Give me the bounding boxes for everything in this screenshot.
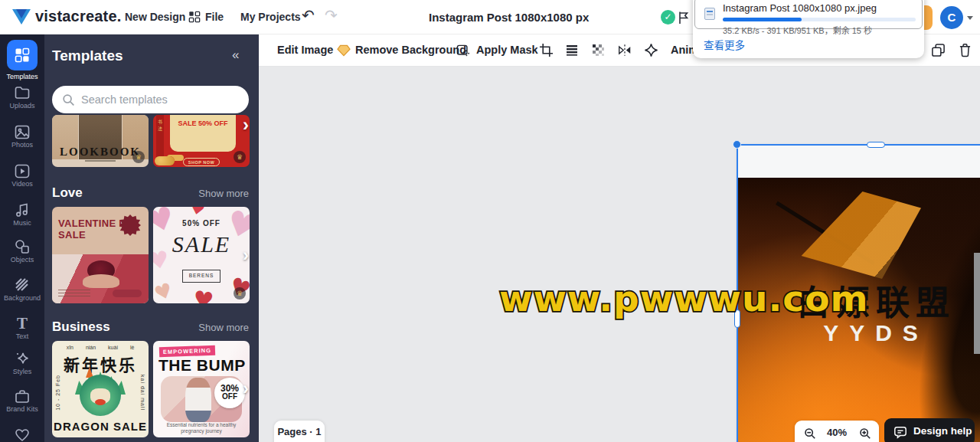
- download-show-more-link[interactable]: 查看更多: [704, 37, 745, 52]
- canvas-workspace[interactable]: 白嫖联盟 YYDS: [259, 67, 980, 442]
- templates-grid-icon: [15, 47, 30, 63]
- zoom-out-icon[interactable]: [804, 427, 816, 440]
- row-next-arrow[interactable]: ›: [237, 247, 254, 264]
- sidebar-item-music[interactable]: Music: [0, 202, 44, 227]
- vistacreate-logo-icon[interactable]: [12, 9, 31, 25]
- selection-handle-top-middle[interactable]: [867, 142, 885, 148]
- sidebar-item-objects[interactable]: Objects: [0, 239, 44, 264]
- effects-sparkle-icon[interactable]: [644, 43, 658, 57]
- photo-icon: [15, 125, 30, 139]
- sidebar-item-text[interactable]: T Text: [0, 316, 44, 340]
- heart-art: ♥: [188, 207, 207, 220]
- premium-gem-icon: [337, 44, 351, 57]
- sidebar-label: Templates: [0, 73, 44, 80]
- account-caret-icon[interactable]: [967, 16, 973, 20]
- template-caption: Essential nutrients for a healthy pregna…: [158, 422, 245, 434]
- apply-mask-button[interactable]: Apply Mask: [476, 44, 538, 56]
- edit-image-button[interactable]: Edit Image: [277, 44, 333, 56]
- row-next-arrow[interactable]: ›: [237, 381, 254, 398]
- file-type-icon: [704, 8, 715, 20]
- my-projects-button[interactable]: My Projects: [240, 11, 301, 23]
- zoom-in-icon[interactable]: [859, 427, 871, 440]
- search-icon: [62, 93, 75, 106]
- duplicate-icon[interactable]: [931, 43, 946, 57]
- sidebar-item-uploads[interactable]: Uploads: [0, 86, 44, 110]
- template-sale-text: SALE 50% OFF: [170, 120, 236, 127]
- premium-crown-badge: ♛: [234, 287, 246, 300]
- template-thumb-lookbook[interactable]: LOOKBOOK ♛: [52, 115, 149, 167]
- search-input[interactable]: [81, 86, 242, 113]
- account-avatar[interactable]: C: [940, 6, 963, 29]
- template-thumb-valentine[interactable]: VALENTINE DAY SALE: [52, 207, 149, 303]
- zoom-level[interactable]: 40%: [821, 427, 853, 438]
- download-details: 35.2 KB/s - 391 KB/951 KB，剩余 15 秒: [723, 24, 872, 36]
- sidebar-label: Music: [0, 219, 44, 227]
- heart-art: ♥: [153, 278, 176, 303]
- file-grid-icon[interactable]: [188, 11, 201, 23]
- sidebar-item-brand-kits[interactable]: Brand Kits: [0, 389, 44, 413]
- new-design-button[interactable]: New Design: [125, 11, 185, 23]
- thumb-art: [58, 290, 90, 297]
- brand-name[interactable]: vistacreate.: [35, 8, 121, 25]
- crop-icon[interactable]: [539, 43, 554, 57]
- flag-icon[interactable]: [678, 11, 690, 25]
- remove-background-button[interactable]: Remove Background: [355, 44, 466, 56]
- flip-icon[interactable]: [617, 43, 632, 57]
- template-date: 10 - 25 Feb: [55, 375, 60, 411]
- design-help-label: Design help: [913, 425, 972, 437]
- template-thumb-50-off-sale[interactable]: ♥ ♥ ♥ ♥ ♥ ♥ ♥ 50% OFF SALE BERENS ♛: [153, 207, 250, 303]
- document-title[interactable]: Instagram Post 1080x1080 px: [429, 11, 589, 24]
- sidebar-label: Objects: [0, 256, 44, 264]
- show-more-love[interactable]: Show more: [198, 188, 249, 199]
- thumb-art: 书法: [156, 115, 164, 158]
- transparency-icon[interactable]: [591, 43, 605, 57]
- heart-icon: [15, 428, 30, 442]
- saved-check-icon: ✓: [661, 10, 675, 25]
- photo-flag: [791, 192, 921, 283]
- sidebar-label: Background: [0, 294, 44, 302]
- sidebar-item-videos[interactable]: Videos: [0, 164, 44, 188]
- thumb-art: [185, 378, 211, 422]
- pages-button[interactable]: Pages · 1: [274, 421, 325, 442]
- design-help-button[interactable]: Design help: [884, 418, 975, 442]
- thumb-art: [113, 290, 142, 297]
- delete-icon[interactable]: [959, 43, 972, 57]
- template-brand: BERENS: [182, 270, 220, 283]
- shapes-icon: [15, 239, 30, 254]
- redo-icon[interactable]: ↷: [325, 6, 338, 25]
- file-menu-button[interactable]: File: [205, 11, 224, 23]
- template-thumb-the-bump[interactable]: EMPOWERING THE BUMP 30% OFF Essential nu…: [153, 341, 250, 437]
- sidebar-item-styles[interactable]: Styles: [0, 351, 44, 375]
- layers-icon[interactable]: [565, 43, 579, 57]
- download-progress-track: [723, 18, 916, 21]
- selected-image[interactable]: 白嫖联盟 YYDS: [737, 178, 980, 442]
- collapse-panel-button[interactable]: «: [232, 47, 237, 63]
- row-next-arrow[interactable]: ›: [237, 117, 254, 134]
- styles-sparkle-icon: [15, 351, 30, 366]
- templates-panel: Templates « LOOKBOOK ♛ 书法 福 SALE 50% OFF…: [44, 34, 259, 442]
- section-header-love: Love: [52, 185, 83, 201]
- folder-icon: [15, 86, 30, 100]
- selection-handle-top-left[interactable]: [733, 140, 741, 149]
- download-item[interactable]: Instagram Post 1080x1080 px.jpeg 35.2 KB…: [694, 0, 923, 29]
- sidebar-item-background[interactable]: Background: [0, 277, 44, 302]
- show-more-business[interactable]: Show more: [198, 322, 249, 333]
- strip-chars: 书法: [156, 118, 164, 132]
- mask-icon: [456, 44, 470, 57]
- selection-handle-left-middle[interactable]: [734, 309, 740, 328]
- image-heading-text: 白嫖联盟: [737, 276, 980, 325]
- sidebar-label: Videos: [0, 180, 44, 188]
- template-tag: EMPOWERING: [159, 345, 215, 358]
- template-thumb-cny-sale[interactable]: 书法 福 SALE 50% OFF SHOP NOW ♛: [153, 115, 250, 167]
- undo-icon[interactable]: ↶: [302, 6, 315, 25]
- thumb-art: 福 SALE 50% OFF: [170, 115, 236, 152]
- template-thumb-dragon-sale[interactable]: xīn nián kuài lè 新年快乐 10 - 25 Feb kai da…: [52, 341, 149, 437]
- premium-crown-badge: ♛: [234, 151, 246, 163]
- sidebar-item-templates[interactable]: Templates: [0, 40, 44, 80]
- template-sale-word: SALE: [153, 231, 250, 257]
- sidebar-item-photos[interactable]: Photos: [0, 125, 44, 149]
- search-box: [52, 86, 249, 113]
- design-canvas[interactable]: 白嫖联盟 YYDS: [737, 145, 980, 442]
- page-scrollbar[interactable]: [974, 253, 980, 354]
- sidebar-label: Text: [0, 332, 44, 340]
